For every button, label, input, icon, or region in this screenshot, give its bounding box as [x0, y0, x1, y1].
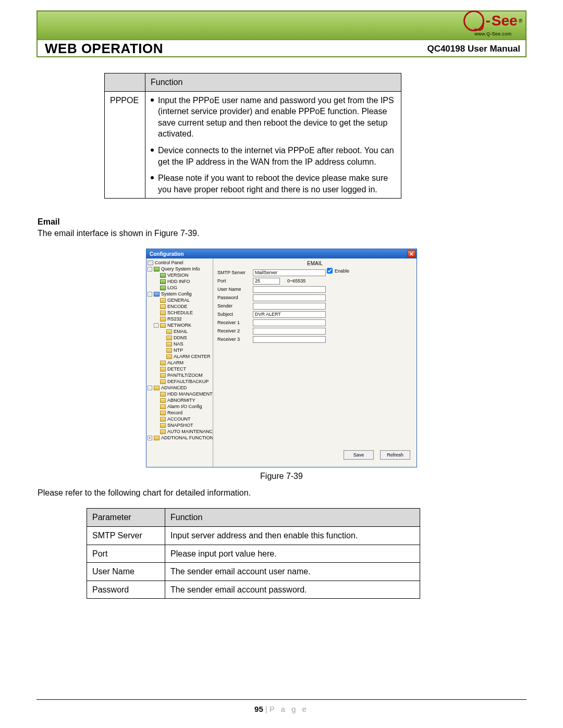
folder-icon [166, 348, 172, 353]
subject-input[interactable] [253, 311, 326, 318]
t2-header-parameter: Parameter [87, 509, 165, 527]
tree-encode[interactable]: ENCODE [167, 303, 188, 310]
folder-icon [166, 329, 172, 334]
collapse-icon[interactable]: - [148, 292, 152, 297]
folder-icon [160, 273, 166, 278]
folder-icon [160, 411, 166, 415]
folder-icon [160, 379, 166, 384]
tree-email[interactable]: EMAIL [174, 328, 188, 335]
tree-advanced[interactable]: ADVANCED [161, 385, 187, 391]
dialog-title-text: Configuration [150, 251, 184, 257]
folder-icon [160, 373, 166, 378]
panel-title: EMAIL [217, 261, 412, 266]
tree-record[interactable]: Record [167, 410, 182, 416]
header-title: WEB OPERATION [45, 41, 163, 57]
password-input[interactable] [253, 294, 326, 301]
pppoe-row-content: Input the PPPoE user name and password y… [145, 91, 401, 199]
email-intro-text: The email interface is shown in Figure 7… [38, 229, 527, 238]
tree-network[interactable]: NETWORK [167, 322, 191, 328]
tree-version[interactable]: VERSION [167, 272, 189, 278]
tree-log[interactable]: LOG [167, 285, 177, 291]
tree-schedule[interactable]: SCHEDULE [167, 310, 193, 316]
tree-alarm[interactable]: ALARM [167, 360, 183, 366]
folder-icon [160, 286, 166, 290]
table-row: Password The sender email account passwo… [87, 581, 420, 599]
port-input[interactable] [253, 278, 280, 285]
control-panel-icon [148, 261, 153, 265]
tree-alarm-center[interactable]: ALARM CENTER [174, 353, 211, 360]
enable-checkbox[interactable] [327, 268, 333, 274]
header-gradient [38, 11, 525, 40]
tree-snapshot[interactable]: SNAPSHOT [167, 422, 193, 428]
close-button[interactable]: ✕ [407, 250, 415, 257]
folder-icon [166, 354, 172, 359]
collapse-icon[interactable]: - [154, 323, 158, 328]
table-row: Port Please input port value here. [87, 545, 420, 563]
tree-abnormity[interactable]: ABNORMITY [167, 397, 195, 403]
refresh-button[interactable]: Refresh [380, 450, 410, 460]
table-row: User Name The sender email account user … [87, 563, 420, 581]
folder-icon [160, 304, 166, 309]
tree-query-sys-info[interactable]: Query System Info [161, 266, 200, 272]
pppoe-row-label: PPPOE [105, 91, 145, 199]
table-row: SMTP Server Input server address and the… [87, 526, 420, 545]
t2-r2-param: User Name [87, 563, 165, 581]
page-header: WEB OPERATION QC40198 User Manual - See … [36, 10, 527, 57]
tree-additional[interactable]: ADDTIONAL FUNCTION [161, 435, 213, 441]
folder-icon [166, 336, 172, 340]
footer-separator-icon: | [265, 705, 267, 713]
smtp-input[interactable] [253, 269, 326, 276]
collapse-icon[interactable]: - [148, 386, 152, 390]
receiver1-input[interactable] [253, 319, 326, 326]
port-label: Port [217, 278, 250, 283]
pppoe-table: Function PPPOE Input the PPPoE user name… [104, 73, 401, 199]
tree-account[interactable]: ACCOUNT [167, 416, 191, 422]
pppoe-bullet-1: Input the PPPoE user name and password y… [151, 95, 396, 140]
receiver1-label: Receiver 1 [217, 320, 250, 325]
folder-icon [160, 298, 166, 303]
sender-input[interactable] [253, 303, 326, 310]
dialog-titlebar: Configuration ✕ [146, 249, 417, 258]
expand-icon[interactable]: + [148, 436, 152, 440]
logo-registered-icon: ® [519, 18, 522, 24]
t2-r1-param: Port [87, 545, 165, 563]
tree-hdd-info[interactable]: HDD INFO [167, 278, 190, 285]
tree-ddns[interactable]: DDNS [174, 335, 187, 341]
tree-ptz[interactable]: PAN/TILT/ZOOM [167, 372, 203, 378]
receiver2-label: Receiver 2 [217, 328, 250, 334]
username-input[interactable] [253, 286, 326, 293]
receiver3-label: Receiver 3 [217, 337, 250, 342]
tree-rs232[interactable]: RS232 [167, 316, 182, 322]
folder-icon [160, 311, 166, 315]
tree-default-backup[interactable]: DEFAULT/BACKUP [167, 378, 209, 385]
folder-icon [154, 436, 160, 440]
pppoe-bullet-3: Please note if you want to reboot the de… [151, 172, 396, 195]
folder-icon [160, 361, 166, 365]
chart-intro-text: Please refer to the following chart for … [38, 488, 527, 498]
tree-nas[interactable]: NAS [174, 341, 183, 347]
tree-ntp[interactable]: NTP [174, 347, 183, 353]
tree-control-panel[interactable]: Control Panel [155, 260, 183, 266]
receiver3-input[interactable] [253, 336, 326, 343]
tree-alarm-io[interactable]: Alarm I/O Config [167, 403, 202, 410]
tree-hdd-mgmt[interactable]: HDD MANAGEMENT [167, 391, 213, 397]
page-number: 95 [254, 705, 263, 713]
folder-icon [154, 267, 160, 272]
folder-icon [160, 317, 166, 322]
receiver2-input[interactable] [253, 328, 326, 335]
config-tree[interactable]: Control Panel -Query System Info VERSION… [146, 258, 213, 467]
tree-general[interactable]: GENERAL [167, 297, 190, 303]
folder-icon [160, 423, 166, 428]
sender-label: Sender [217, 303, 250, 309]
enable-label: Enable [335, 268, 349, 274]
tree-system-config[interactable]: System Config [161, 291, 192, 297]
tree-detect[interactable]: DETECT [167, 366, 186, 372]
tree-auto-maint[interactable]: AUTO MAINTENANCE [167, 428, 213, 435]
folder-icon [160, 279, 166, 284]
folder-icon [160, 404, 166, 409]
collapse-icon[interactable]: - [148, 267, 152, 272]
save-button[interactable]: Save [344, 450, 374, 460]
logo-url: www.Q-See.com [463, 31, 522, 36]
page-footer: 95|P a g e [0, 705, 563, 713]
folder-icon [160, 392, 166, 397]
